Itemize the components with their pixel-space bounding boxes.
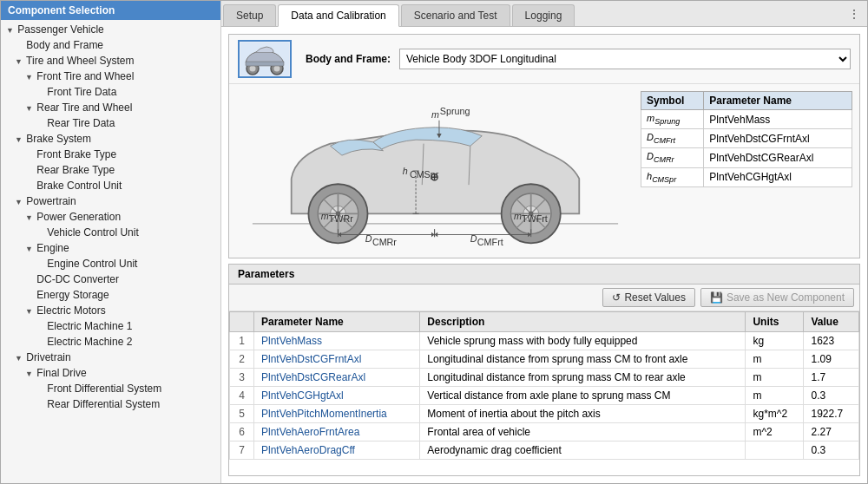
- param-units-2: m: [746, 369, 804, 387]
- sidebar-item-drivetrain[interactable]: ▼ Drivetrain: [1, 350, 220, 365]
- sidebar-tree: ▼ Passenger Vehicle Body and Frame▼ Tire…: [1, 20, 220, 483]
- param-name-1[interactable]: PlntVehDstCGFrntAxl: [254, 350, 420, 369]
- svg-rect-5: [246, 62, 284, 66]
- param-num-4: 5: [230, 405, 254, 423]
- svg-text:m: m: [321, 211, 329, 221]
- param-value-0[interactable]: 1623: [804, 332, 859, 350]
- svg-marker-46: [435, 232, 438, 237]
- sidebar-item-power-generation[interactable]: ▼ Power Generation: [1, 209, 220, 225]
- sidebar-item-rear-differential-system[interactable]: Rear Differential System: [1, 396, 220, 412]
- param-name-2[interactable]: PlntVehDstCGRearAxl: [254, 369, 420, 387]
- sidebar-item-electric-machine-2[interactable]: Electric Machine 2: [1, 334, 220, 350]
- param-value-3[interactable]: 0.3: [804, 387, 859, 405]
- legend-row-3: hCMSpr PlntVehCGHgtAxl: [641, 167, 852, 186]
- param-units-3: m: [746, 387, 804, 405]
- svg-text:D: D: [365, 233, 372, 244]
- sidebar-item-powertrain[interactable]: ▼ Powertrain: [1, 193, 220, 209]
- tree-arrow-final-drive: ▼: [25, 370, 34, 378]
- svg-point-2: [250, 66, 256, 72]
- svg-text:Sprung: Sprung: [440, 106, 470, 116]
- svg-text:h: h: [403, 166, 408, 176]
- params-section: Parameters ↺ Reset Values 💾 Save as New …: [228, 264, 860, 476]
- param-desc-3: Vertical distance from axle plane to spr…: [420, 387, 746, 405]
- param-value-1[interactable]: 1.09: [804, 350, 859, 369]
- reset-icon: ↺: [612, 291, 621, 304]
- sidebar-item-front-differential-system[interactable]: Front Differential System: [1, 381, 220, 396]
- params-table: Parameter Name Description Units Value 1…: [229, 311, 859, 460]
- body-frame-dropdown[interactable]: Vehicle Body 3DOF Longitudinal: [399, 49, 851, 69]
- param-units-6: [746, 441, 804, 460]
- sidebar-item-brake-system[interactable]: ▼ Brake System: [1, 131, 220, 147]
- sidebar-item-body-frame[interactable]: Body and Frame: [1, 37, 220, 53]
- param-name-3[interactable]: PlntVehCGHgtAxl: [254, 387, 420, 405]
- save-icon: 💾: [710, 291, 723, 304]
- param-row-5: 6 PlntVehAeroFrntArea Frontal area of ve…: [230, 423, 859, 441]
- sidebar-item-electric-motors[interactable]: ▼ Electric Motors: [1, 303, 220, 318]
- app-container: Component Selection ▼ Passenger Vehicle …: [0, 0, 868, 484]
- sidebar-item-front-tire-data[interactable]: Front Tire Data: [1, 84, 220, 100]
- param-value-6[interactable]: 0.3: [804, 441, 859, 460]
- param-name-0[interactable]: PlntVehMass: [254, 332, 420, 350]
- body-frame-row: Body and Frame: Vehicle Body 3DOF Longit…: [229, 35, 859, 84]
- param-row-1: 2 PlntVehDstCGFrntAxl Longitudinal dista…: [230, 350, 859, 369]
- car-svg-area: m TWRr m TWFrt m Sprung h: [229, 84, 634, 258]
- sidebar-item-front-brake-type[interactable]: Front Brake Type: [1, 147, 220, 162]
- tab-data-calibration[interactable]: Data and Calibration: [278, 4, 398, 27]
- sidebar-item-rear-brake-type[interactable]: Rear Brake Type: [1, 162, 220, 178]
- tab-logging[interactable]: Logging: [512, 4, 575, 26]
- sidebar-item-engine[interactable]: ▼ Engine: [1, 240, 220, 256]
- param-value-4[interactable]: 1922.7: [804, 405, 859, 423]
- param-name-6[interactable]: PlntVehAeroDragCff: [254, 441, 420, 460]
- param-name-5[interactable]: PlntVehAeroFrntArea: [254, 423, 420, 441]
- legend-row-0: mSprung PlntVehMass: [641, 110, 852, 129]
- param-num-0: 1: [230, 332, 254, 350]
- legend-symbol-1: DCMFrt: [641, 129, 704, 148]
- legend-param-3: PlntVehCGHgtAxl: [704, 167, 852, 186]
- tab-setup[interactable]: Setup: [223, 4, 276, 26]
- tab-scenario-test[interactable]: Scenario and Test: [401, 4, 510, 26]
- legend-row-2: DCMRr PlntVehDstCGRearAxl: [641, 148, 852, 167]
- sidebar-item-dc-dc-converter[interactable]: DC-DC Converter: [1, 271, 220, 287]
- tree-arrow-power-generation: ▼: [25, 213, 34, 222]
- param-num-3: 4: [230, 387, 254, 405]
- save-component-button[interactable]: 💾 Save as New Component: [700, 288, 854, 307]
- col-units-header: Units: [746, 312, 804, 332]
- param-value-5[interactable]: 2.27: [804, 423, 859, 441]
- car-thumbnail: [238, 40, 292, 78]
- sidebar: Component Selection ▼ Passenger Vehicle …: [1, 1, 221, 483]
- tab-more-button[interactable]: ⋮: [841, 3, 867, 25]
- sidebar-item-tire-wheel-system[interactable]: ▼ Tire and Wheel System: [1, 53, 220, 69]
- svg-text:CMFrt: CMFrt: [477, 237, 503, 247]
- svg-text:TWFrt: TWFrt: [522, 213, 548, 224]
- col-param-name-header: Parameter Name: [254, 312, 420, 332]
- param-desc-2: Longitudinal distance from sprung mass C…: [420, 369, 746, 387]
- svg-text:CMRr: CMRr: [372, 237, 397, 247]
- param-num-1: 2: [230, 350, 254, 369]
- param-num-2: 3: [230, 369, 254, 387]
- top-section: Body and Frame: Vehicle Body 3DOF Longit…: [228, 34, 860, 258]
- sidebar-item-vehicle-control-unit[interactable]: Vehicle Control Unit: [1, 225, 220, 240]
- tree-arrow-drivetrain: ▼: [15, 354, 23, 363]
- sidebar-item-brake-control-unit[interactable]: Brake Control Unit: [1, 178, 220, 193]
- params-toolbar: ↺ Reset Values 💾 Save as New Component: [229, 285, 859, 311]
- reset-values-button[interactable]: ↺ Reset Values: [602, 288, 694, 307]
- param-row-6: 7 PlntVehAeroDragCff Aerodynamic drag co…: [230, 441, 859, 460]
- sidebar-item-energy-storage[interactable]: Energy Storage: [1, 287, 220, 303]
- sidebar-item-electric-machine-1[interactable]: Electric Machine 1: [1, 318, 220, 334]
- legend-param-header: Parameter Name: [704, 92, 852, 110]
- sidebar-item-engine-control-unit[interactable]: Engine Control Unit: [1, 256, 220, 271]
- sidebar-item-final-drive[interactable]: ▼ Final Drive: [1, 365, 220, 381]
- sidebar-item-passenger-vehicle[interactable]: ▼ Passenger Vehicle: [1, 22, 220, 37]
- legend-symbol-0: mSprung: [641, 110, 704, 129]
- param-desc-1: Longitudinal distance from sprung mass C…: [420, 350, 746, 369]
- sidebar-item-rear-tire-data[interactable]: Rear Tire Data: [1, 115, 220, 131]
- param-name-4[interactable]: PlntVehPitchMomentInertia: [254, 405, 420, 423]
- param-value-2[interactable]: 1.7: [804, 369, 859, 387]
- col-description-header: Description: [420, 312, 746, 332]
- sidebar-item-rear-tire-wheel[interactable]: ▼ Rear Tire and Wheel: [1, 100, 220, 115]
- svg-text:D: D: [470, 233, 477, 244]
- param-desc-4: Moment of inertia about the pitch axis: [420, 405, 746, 423]
- sidebar-item-front-tire-wheel[interactable]: ▼ Front Tire and Wheel: [1, 69, 220, 84]
- sidebar-title: Component Selection: [8, 4, 115, 16]
- tree-arrow-brake-system: ▼: [15, 135, 23, 144]
